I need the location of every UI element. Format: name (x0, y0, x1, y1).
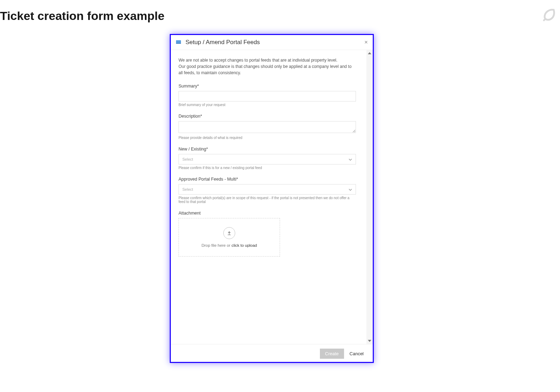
upload-dropzone[interactable]: Drop file here or click to upload (178, 218, 280, 257)
attachment-field: Attachment Drop file here or click to up… (178, 211, 356, 257)
create-button[interactable]: Create (320, 349, 344, 359)
page-title: Ticket creation form example (0, 0, 560, 23)
leaf-logo-icon (542, 7, 556, 23)
new-existing-field: New / Existing* Select Please confirm if… (178, 147, 356, 170)
new-existing-hint: Please confirm if this is for a new / ex… (178, 166, 356, 170)
new-existing-select[interactable]: Select (178, 154, 356, 164)
scroll-up-icon[interactable] (366, 50, 373, 56)
upload-text-prefix: Drop file here or (202, 243, 232, 247)
summary-field: Summary* Brief summary of your request (178, 84, 356, 107)
intro-text: We are not able to accept changes to por… (178, 57, 356, 76)
description-input[interactable] (178, 121, 356, 133)
ticket-modal: Setup / Amend Portal Feeds × We are not … (170, 34, 374, 363)
new-existing-label: New / Existing* (178, 147, 356, 152)
chevron-down-icon (349, 187, 352, 191)
approved-feeds-select[interactable]: Select (178, 184, 356, 195)
intro-line1: We are not able to accept changes to por… (178, 58, 337, 63)
modal-scroll-area: We are not able to accept changes to por… (171, 50, 373, 344)
modal-title: Setup / Amend Portal Feeds (186, 39, 260, 46)
summary-input[interactable] (178, 91, 356, 102)
description-hint: Please provide details of what is requir… (178, 136, 356, 140)
new-existing-placeholder: Select (182, 157, 193, 161)
upload-icon (223, 227, 235, 239)
description-label: Description* (178, 114, 356, 119)
approved-feeds-field: Approved Portal Feeds - Multi* Select Pl… (178, 177, 356, 204)
attachment-label: Attachment (178, 211, 356, 216)
close-icon[interactable]: × (364, 39, 368, 45)
modal-header: Setup / Amend Portal Feeds × (171, 35, 373, 50)
summary-label: Summary* (178, 84, 356, 89)
modal-footer: Create Cancel (171, 344, 373, 363)
svg-rect-1 (176, 43, 181, 44)
approved-feeds-hint: Please confirm which portal(s) are in sc… (178, 196, 356, 204)
scrollbar[interactable] (366, 50, 373, 344)
cancel-button[interactable]: Cancel (347, 349, 366, 359)
modal-body: We are not able to accept changes to por… (171, 50, 366, 271)
description-field: Description* Please provide details of w… (178, 114, 356, 140)
upload-text: Drop file here or click to upload (202, 243, 257, 247)
summary-hint: Brief summary of your request (178, 103, 356, 107)
approved-feeds-placeholder: Select (182, 187, 193, 191)
intro-line2: Our good practice guidance is that chang… (178, 64, 351, 75)
approved-feeds-label: Approved Portal Feeds - Multi* (178, 177, 356, 182)
scroll-down-icon[interactable] (366, 338, 373, 344)
upload-text-action: click to upload (231, 243, 257, 247)
ticket-icon (176, 40, 181, 46)
chevron-down-icon (349, 157, 352, 161)
